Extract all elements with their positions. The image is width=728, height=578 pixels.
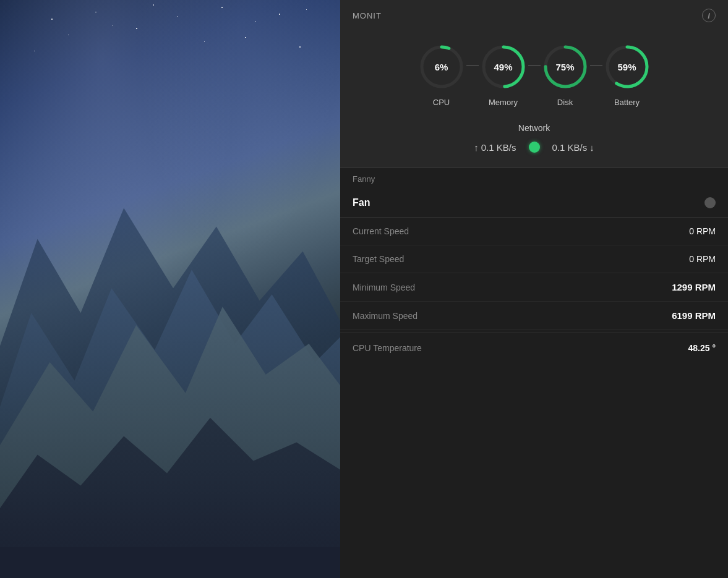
fan-header: Fan (340, 189, 728, 218)
temperature-value: 48.25 ° (688, 343, 716, 353)
disk-gauge-circle: 75% (541, 42, 590, 91)
monit-section: 6% CPU 49% Memory (340, 30, 728, 168)
current-speed-value: 0 RPM (689, 226, 716, 236)
svg-rect-0 (0, 547, 340, 578)
fan-title: Fan (353, 197, 370, 208)
fan-settings-icon[interactable] (704, 197, 716, 208)
min-speed-value: 1299 RPM (672, 282, 716, 292)
info-button[interactable]: i (702, 9, 716, 22)
battery-label: Battery (614, 98, 640, 107)
connector-1 (466, 65, 479, 66)
disk-gauge: 75% Disk (541, 42, 590, 107)
network-section: Network ↑ 0.1 KB/s 0.1 KB/s ↓ (346, 117, 722, 153)
battery-gauge-circle: 59% (602, 42, 652, 91)
current-speed-row: Current Speed 0 RPM (340, 218, 728, 245)
connector-2 (528, 65, 541, 66)
temperature-label: CPU Temperature (353, 343, 422, 353)
connector-3 (590, 65, 602, 66)
gauges-row: 6% CPU 49% Memory (346, 42, 722, 107)
network-status-dot (529, 142, 540, 153)
target-speed-label: Target Speed (353, 254, 404, 264)
disk-gauge-text: 75% (555, 62, 574, 72)
min-speed-row: Minimum Speed 1299 RPM (340, 273, 728, 302)
cpu-gauge: 6% CPU (417, 42, 466, 107)
cpu-label: CPU (433, 98, 450, 107)
target-speed-row: Target Speed 0 RPM (340, 245, 728, 273)
max-speed-label: Maximum Speed (353, 311, 418, 321)
battery-gauge-text: 59% (617, 62, 636, 72)
network-row: ↑ 0.1 KB/s 0.1 KB/s ↓ (359, 142, 709, 153)
max-speed-value: 6199 RPM (672, 310, 716, 321)
memory-gauge-text: 49% (494, 62, 512, 72)
memory-gauge-circle: 49% (479, 42, 528, 91)
fan-section: Fan Current Speed 0 RPM Target Speed 0 R… (340, 189, 728, 363)
min-speed-label: Minimum Speed (353, 283, 415, 292)
network-upload: ↑ 0.1 KB/s (474, 142, 516, 153)
cpu-gauge-circle: 6% (417, 42, 466, 91)
mountain-silhouette (0, 116, 340, 578)
cpu-gauge-text: 6% (435, 62, 448, 72)
current-speed-label: Current Speed (353, 226, 409, 236)
temperature-row: CPU Temperature 48.25 ° (340, 333, 728, 363)
monitor-panel: MONIT i 6% CPU (340, 0, 728, 578)
disk-label: Disk (557, 98, 573, 107)
fanny-section-label: Fanny (340, 168, 728, 189)
memory-gauge: 49% Memory (479, 42, 528, 107)
network-download: 0.1 KB/s ↓ (552, 142, 594, 153)
memory-label: Memory (489, 98, 518, 107)
network-title: Network (359, 123, 709, 133)
max-speed-row: Maximum Speed 6199 RPM (340, 302, 728, 330)
panel-header: MONIT i (340, 0, 728, 30)
wallpaper-background (0, 0, 340, 578)
battery-gauge: 59% Battery (602, 42, 652, 107)
target-speed-value: 0 RPM (689, 254, 716, 264)
panel-title: MONIT (353, 11, 382, 20)
